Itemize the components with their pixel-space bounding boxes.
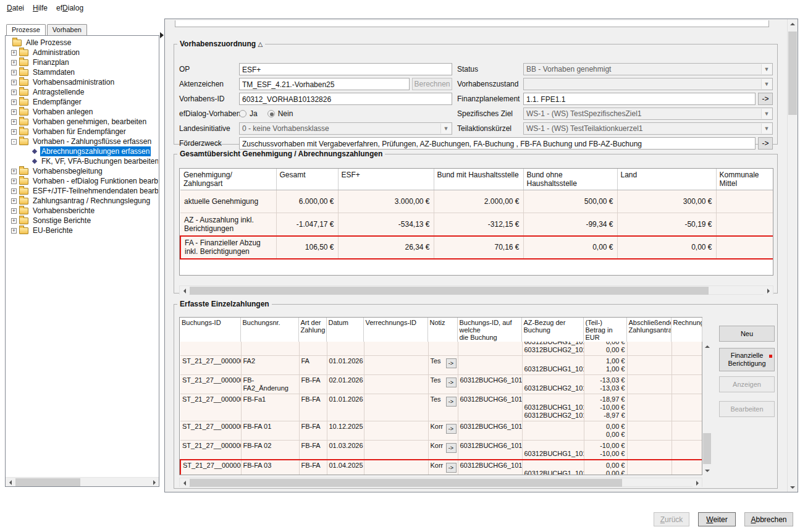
abbrechen-button[interactable]: Abbrechen — [744, 512, 793, 526]
zurueck-button[interactable]: Zurück — [654, 512, 689, 526]
payment-row[interactable]: ST_21_27__000000 FB-FA 03 FB-FA 01.04.20… — [180, 460, 702, 475]
scroll-down-button[interactable] — [702, 466, 712, 475]
einzel-vertical-scrollbar[interactable] — [702, 342, 712, 475]
tree-item[interactable]: + Administration — [6, 48, 158, 57]
tree-toggle-icon[interactable]: + — [11, 99, 17, 105]
tab-vorhaben[interactable]: Vorhaben — [47, 24, 87, 36]
payment-row[interactable]: ST_21_27__000000 FB-Fa1 FB-FA 01.01.2026… — [180, 394, 702, 421]
tab-prozesse[interactable]: Prozesse — [6, 24, 46, 36]
tree-item[interactable]: + Finanzplan — [6, 57, 158, 67]
tree-item[interactable]: + ESF+/JTF-Teilnehmendendaten bearbeiten — [6, 186, 158, 196]
collapse-icon[interactable]: △ — [258, 41, 263, 48]
weiter-button[interactable]: Weiter — [698, 512, 736, 526]
tree-item[interactable]: + Vorhabensberichte — [6, 206, 158, 216]
scrollbar-thumb[interactable] — [190, 479, 622, 487]
tree-item[interactable]: FK, VF, VFA-Buchungen bearbeiten — [6, 156, 158, 166]
tree-item[interactable]: Alle Prozesse — [6, 38, 158, 48]
scroll-up-button[interactable] — [702, 342, 712, 351]
scroll-left-button[interactable] — [180, 478, 189, 488]
tree-item[interactable]: + Vorhaben für Endempfänger — [6, 127, 158, 137]
tree-item[interactable]: + Endempfänger — [6, 97, 158, 107]
tree-toggle-icon[interactable]: + — [11, 90, 17, 95]
tree-toggle-icon[interactable]: + — [11, 119, 17, 125]
tree-item[interactable]: + Zahlungsantrag / Rechnungslegung — [6, 196, 158, 206]
finanzielle-berichtigung-button[interactable]: Finanzielle Berichtigung — [719, 348, 775, 371]
menu-item[interactable]: Hilfe — [28, 1, 52, 15]
tree-item[interactable]: + Vorhabensbegleitung — [6, 166, 158, 176]
scroll-right-button[interactable] — [149, 478, 159, 487]
tree-item[interactable]: + Vorhaben genehmigen, bearbeiten — [6, 117, 158, 127]
tree-item[interactable]: + Stammdaten — [6, 67, 158, 77]
scroll-left-button[interactable] — [180, 286, 189, 295]
anzeigen-button[interactable]: Anzeigen — [719, 376, 775, 392]
tree-item[interactable]: + Vorhaben - efDialog Funktionen bearbei… — [6, 176, 158, 186]
payment-row[interactable]: -> 60312BUCHG1_1013 60312BUCHG2_1013 0,0… — [180, 342, 702, 356]
finanzplanelement-input[interactable] — [523, 93, 756, 105]
notiz-detail-button[interactable]: -> — [446, 397, 457, 407]
tree-item[interactable]: Abrechnungszahlungen erfassen — [6, 146, 158, 156]
foerderzweck-input[interactable] — [239, 137, 756, 150]
gesamt-horizontal-scrollbar[interactable] — [179, 285, 773, 295]
table-row[interactable]: FA - Finanzieller Abzug inkl. Berichtigu… — [180, 236, 773, 259]
table-row[interactable]: aktuelle Genehmigung 6.000,00 € 3.000,00… — [180, 190, 773, 213]
menu-item[interactable]: efDialog — [52, 1, 88, 15]
tree-item[interactable]: + Sonstige Berichte — [6, 216, 158, 226]
radio-ja[interactable]: Ja — [239, 109, 258, 118]
tree-item[interactable]: + Vorhaben anlegen — [6, 107, 158, 117]
notiz-detail-button[interactable]: -> — [446, 443, 457, 453]
neu-button[interactable]: Neu — [719, 326, 775, 342]
tree-toggle-icon[interactable]: + — [11, 80, 17, 85]
radio-nein[interactable]: Nein — [267, 109, 293, 118]
tree-item[interactable]: + Antragstellende — [6, 87, 158, 97]
scroll-down-button[interactable] — [788, 483, 797, 492]
notiz-detail-button[interactable]: -> — [446, 463, 457, 473]
scroll-right-button[interactable] — [693, 478, 702, 488]
scrollbar-thumb[interactable] — [788, 32, 797, 115]
tree-toggle-icon[interactable]: + — [11, 208, 17, 214]
finanzplanelement-detail-button[interactable]: -> — [758, 93, 773, 105]
scroll-left-button[interactable] — [6, 478, 15, 487]
tree-toggle-icon[interactable]: + — [11, 218, 17, 224]
spezifisches-ziel-select[interactable]: WS-1 - (WS) TestSpezifischesZiel1 ▼ — [523, 108, 773, 120]
foerderzweck-detail-button[interactable]: -> — [758, 137, 773, 150]
op-input[interactable] — [239, 63, 452, 75]
tree-item[interactable]: + EU-Berichte — [6, 226, 158, 235]
notiz-detail-button[interactable]: -> — [446, 424, 457, 434]
payment-row[interactable]: ST_21_27__000000 FB-FA 01 FB-FA 10.12.20… — [180, 421, 702, 441]
tree-item[interactable]: + Vorhabensadministration — [6, 77, 158, 87]
scroll-up-button[interactable] — [788, 19, 797, 28]
tree-toggle-icon[interactable]: + — [11, 109, 17, 115]
vorhabenszustand-select[interactable]: ▼ — [523, 78, 773, 90]
splitter-collapse-icon[interactable] — [160, 32, 164, 38]
landesinitiative-select[interactable]: 0 - keine Vorhabensklasse ▼ — [239, 122, 452, 135]
tree-toggle-icon[interactable]: + — [11, 198, 17, 204]
aktenzeichen-input[interactable] — [239, 78, 410, 90]
scroll-right-button[interactable] — [764, 286, 773, 295]
table-row[interactable]: AZ - Auszahlung inkl. Berichtigungen -1.… — [180, 213, 773, 236]
notiz-detail-button[interactable]: -> — [446, 358, 457, 368]
berechnen-button[interactable]: Berechnen — [412, 78, 452, 90]
tree-toggle-icon[interactable]: + — [11, 60, 17, 65]
tree-item[interactable]: - Vorhaben - Zahlungsflüsse erfassen — [6, 137, 158, 146]
payment-row[interactable]: ST_21_27__000000 FB-FA 02 FB-FA 01.03.20… — [180, 441, 702, 460]
bearbeiten-button[interactable]: Bearbeiten — [719, 401, 775, 417]
tree-toggle-icon[interactable]: + — [11, 188, 17, 194]
sidebar-horizontal-scrollbar[interactable] — [6, 477, 159, 486]
tree-toggle-icon[interactable]: + — [11, 70, 17, 75]
vorhabens-id-input[interactable] — [239, 93, 452, 105]
notiz-detail-button[interactable]: -> — [446, 378, 457, 387]
scrollbar-thumb[interactable] — [703, 433, 711, 464]
status-select[interactable]: BB - Vorhaben genehmigt ▼ — [523, 63, 773, 75]
payment-row[interactable]: ST_21_27__000000 FA2 FA 01.01.2026 Tes->… — [180, 356, 702, 375]
tree-toggle-icon[interactable]: + — [11, 169, 17, 174]
menu-item[interactable]: Datei — [2, 1, 28, 15]
teilaktionskuerzel-select[interactable]: WS-1 - (WS) TestTeilaktionkuerzel1 ▼ — [523, 122, 773, 135]
tree-toggle-icon[interactable]: + — [11, 179, 17, 184]
tree-toggle-icon[interactable]: + — [11, 228, 17, 234]
einzel-horizontal-scrollbar[interactable] — [179, 478, 702, 487]
tree-toggle-icon[interactable]: + — [11, 50, 17, 56]
main-vertical-scrollbar[interactable] — [787, 19, 798, 492]
tree-toggle-icon[interactable]: - — [11, 139, 17, 145]
scrollbar-thumb[interactable] — [190, 287, 709, 295]
tree-toggle-icon[interactable]: + — [11, 129, 17, 135]
